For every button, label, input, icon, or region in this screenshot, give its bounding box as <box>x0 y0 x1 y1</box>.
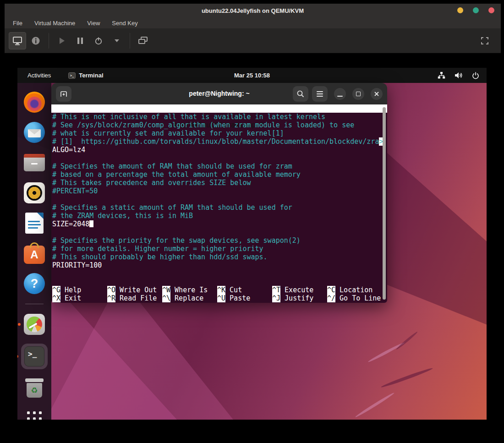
vm-shutdown-menu-button[interactable] <box>108 32 126 49</box>
menu-virtual-machine[interactable]: Virtual Machine <box>34 20 75 27</box>
nano-line: # This should probably be higher than hd… <box>52 253 383 261</box>
nano-line <box>52 269 383 278</box>
nano-shortcut-help: ^G Help <box>52 286 107 294</box>
vm-titlebar[interactable]: ubuntu22.04Jellyfish on QEMU/KVM <box>5 4 501 17</box>
network-icon <box>438 72 445 79</box>
vm-run-button[interactable] <box>53 32 71 49</box>
nano-editor-screen[interactable]: GNU nano 6.2 /etc/default/zramswap * # T… <box>51 104 387 303</box>
thunderbird-icon <box>24 122 45 143</box>
nano-shortcut-location: ^C Location <box>327 286 382 294</box>
vm-details-button[interactable] <box>27 32 44 49</box>
nano-shortcut-cut: ^K Cut <box>217 286 272 294</box>
nano-line <box>52 228 383 236</box>
dock-divider <box>25 304 44 304</box>
nano-line: # the ZRAM devices, this is in MiB <box>52 212 383 220</box>
close-dot[interactable] <box>488 7 494 13</box>
maximize-button[interactable] <box>352 88 364 100</box>
nano-line: #PERCENT=50 <box>52 187 383 195</box>
search-icon <box>296 90 305 98</box>
nano-line <box>52 154 383 162</box>
hamburger-menu-icon <box>317 91 323 97</box>
focused-app-name: Terminal <box>79 72 103 79</box>
nano-shortcut-justify: ^J Justify <box>272 294 327 302</box>
dock-item-terminal[interactable]: >_ <box>21 344 48 369</box>
vm-menubar: FileVirtual MachineViewSend Key <box>5 17 501 28</box>
vm-viewer-window: ubuntu22.04Jellyfish on QEMU/KVM FileVir… <box>5 4 501 439</box>
firefox-icon <box>24 92 45 113</box>
activities-button[interactable]: Activities <box>27 72 51 79</box>
close-button[interactable] <box>371 88 383 100</box>
menu-send-key[interactable]: Send Key <box>112 20 137 27</box>
fullscreen-icon <box>481 37 489 45</box>
toolbar-separator <box>130 33 130 49</box>
nano-line: # Specifies the amount of RAM that shoul… <box>52 162 383 170</box>
vm-window-title: ubuntu22.04Jellyfish on QEMU/KVM <box>202 7 304 14</box>
focused-app-indicator[interactable]: >_ Terminal <box>68 72 103 79</box>
wallpaper-jellyfish-streak <box>380 367 433 389</box>
ubuntu-software-icon: A <box>24 246 45 264</box>
minimize-icon <box>337 96 343 97</box>
clock-button[interactable]: Mar 25 10:58 <box>234 72 270 79</box>
system-tray[interactable] <box>438 72 479 79</box>
virtual-machine-display-button[interactable] <box>9 32 26 49</box>
screenshot-root: ubuntu22.04Jellyfish on QEMU/KVM FileVir… <box>0 0 504 443</box>
minimize-button[interactable] <box>334 88 346 100</box>
dock-item-rhythmbox[interactable] <box>23 182 45 204</box>
dock-item-thunderbird[interactable] <box>23 121 45 143</box>
nano-line: # This is not inclusive of all that is a… <box>52 113 383 121</box>
rhythmbox-icon <box>24 182 45 203</box>
nano-line: ALGO=lz4 <box>52 146 383 154</box>
volume-icon <box>455 72 463 79</box>
dock-item-app-grid[interactable] <box>23 408 45 420</box>
terminal-window: peter@Nightwing: ~ <box>51 83 387 303</box>
dock-item-libreoffice-writer[interactable] <box>23 212 45 234</box>
files-icon <box>24 154 45 171</box>
virtual-machine-display-icon <box>12 36 22 45</box>
nano-line: PRIORITY=100 <box>52 261 383 269</box>
nano-shortcut-read-file: ^R Read File <box>107 294 162 302</box>
disk-usage-analyzer-icon <box>24 314 45 335</box>
dock-item-help[interactable]: ? <box>23 273 45 295</box>
nano-line: # See /sys/block/zram0/comp_algorithm (w… <box>52 121 383 129</box>
menu-view[interactable]: View <box>87 20 100 27</box>
vm-displays-button[interactable] <box>134 32 152 49</box>
nano-shortcut-exit: ^X Exit <box>52 294 107 302</box>
guest-display[interactable]: Activities >_ Terminal Mar 25 10:58 <box>17 68 487 420</box>
dock-item-files[interactable] <box>23 152 45 174</box>
maximize-dot[interactable] <box>473 7 479 13</box>
nano-shortcut-write-out: ^O Write Out <box>107 286 162 294</box>
terminal-search-button[interactable] <box>293 86 308 102</box>
nano-line: SIZE=2048 <box>52 220 383 228</box>
help-icon: ? <box>24 273 45 294</box>
terminal-scrollbar[interactable] <box>383 107 386 300</box>
trash-icon: ♻ <box>24 378 44 399</box>
nano-buffer: # This is not inclusive of all that is a… <box>52 113 383 286</box>
nano-shortcut-go-to-line: ^/ Go To Line <box>327 294 382 302</box>
nano-shortcut-paste: ^U Paste <box>217 294 272 302</box>
dock-item-trash[interactable]: ♻ <box>23 377 45 399</box>
vm-shutdown-button[interactable] <box>90 32 107 49</box>
shutdown-menu-caret-icon <box>115 39 119 42</box>
window-control-dots <box>457 7 494 13</box>
terminal-icon: >_ <box>24 346 44 366</box>
terminal-headerbar[interactable]: peter@Nightwing: ~ <box>51 83 387 104</box>
dock-item-ubuntu-software[interactable]: A <box>23 242 45 264</box>
dock-item-disk-usage-analyzer[interactable] <box>23 313 45 335</box>
nano-line: # Specifies a static amount of RAM that … <box>52 203 383 212</box>
dock-item-firefox[interactable] <box>23 91 45 113</box>
nano-line: # Specifies the priority for the swap de… <box>52 236 383 245</box>
nano-line <box>52 195 383 203</box>
terminal-menu-button[interactable] <box>312 86 328 102</box>
menu-file[interactable]: File <box>13 20 22 27</box>
dock: A?>_♻ <box>17 83 51 420</box>
new-tab-button[interactable] <box>56 86 71 102</box>
minimize-dot[interactable] <box>457 7 463 13</box>
maximize-icon <box>356 92 361 96</box>
vm-fullscreen-button[interactable] <box>476 32 493 49</box>
new-tab-icon <box>59 89 68 98</box>
vm-pause-button[interactable] <box>71 32 89 49</box>
nano-titlebar: GNU nano 6.2 /etc/default/zramswap * <box>51 104 387 113</box>
vm-toolbar <box>5 28 501 53</box>
nano-line: # [1] https://github.com/torvalds/linux/… <box>52 137 383 146</box>
wallpaper-jellyfish-streak <box>367 341 405 363</box>
